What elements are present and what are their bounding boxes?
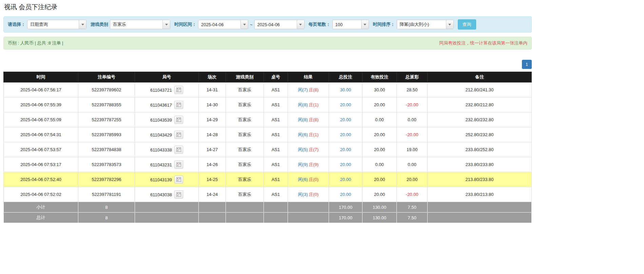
- valid-bet-cell: 0.00: [363, 112, 397, 127]
- column-header-7: 结果: [288, 72, 329, 83]
- table-no-cell: AS1: [264, 157, 288, 172]
- round-id: 611043721: [150, 87, 172, 92]
- time-cell: 2025-04-06 07:52:40: [4, 172, 78, 187]
- bet-id-cell: 522397785993: [78, 127, 135, 142]
- round-cell: 611043231: [135, 157, 199, 172]
- table-no-cell: AS1: [264, 97, 288, 112]
- total-bet-link[interactable]: 20.00: [340, 162, 351, 167]
- table-row: 2025-04-06 07:55:09 522397787255 6110435…: [4, 112, 532, 127]
- empty-cell: [288, 202, 329, 213]
- chevron-down-icon[interactable]: [240, 20, 248, 29]
- time-cell: 2025-04-06 07:52:02: [4, 187, 78, 202]
- chevron-down-icon[interactable]: [297, 20, 304, 29]
- roadmap-icon-button[interactable]: [174, 101, 183, 109]
- table-row: 2025-04-06 07:56:17 522397789602 6110437…: [4, 83, 532, 97]
- payout-cell: 19.00: [397, 142, 428, 157]
- roadmap-icon: [176, 103, 181, 107]
- note-cell: 213.80/233.80: [428, 172, 532, 187]
- column-header-3: 局号: [135, 72, 199, 83]
- roadmap-icon-button[interactable]: [174, 161, 183, 169]
- round-cell: 611043139: [135, 172, 199, 187]
- session-cell: 14-30: [199, 97, 226, 112]
- note-cell: 233.80/252.80: [428, 142, 532, 157]
- valid-bet-cell: 20.00: [363, 127, 397, 142]
- note-cell: 232.80/232.80: [428, 112, 532, 127]
- query-type-value: 日期查询: [27, 20, 79, 29]
- total-bet-link[interactable]: 20.00: [340, 102, 351, 107]
- total-bet-link[interactable]: 20.00: [340, 147, 351, 152]
- subtotal-label: 小计: [4, 202, 78, 213]
- time-cell: 2025-04-06 07:53:57: [4, 142, 78, 157]
- query-type-select[interactable]: 日期查询: [27, 20, 86, 29]
- time-cell: 2025-04-06 07:53:17: [4, 157, 78, 172]
- column-header-8: 总投注: [329, 72, 363, 83]
- summary-note: 同局有效投注，统一计算在该局第一张注单内: [439, 40, 527, 46]
- roadmap-icon-button[interactable]: [174, 146, 183, 154]
- valid-bet-cell: 20.00: [363, 187, 397, 202]
- result-cell: 闲(6)庄(1): [288, 127, 329, 142]
- caret-glyph: [448, 24, 451, 25]
- session-cell: 14-26: [199, 157, 226, 172]
- game-type-cell: 百家乐: [226, 127, 264, 142]
- page-title: 视讯 会员下注纪录: [4, 3, 641, 12]
- empty-cell: [264, 213, 288, 223]
- total-bet-link[interactable]: 20.00: [340, 117, 351, 122]
- page-1-button[interactable]: 1: [522, 60, 532, 69]
- session-cell: 14-28: [199, 127, 226, 142]
- range-separator: ~: [250, 22, 253, 27]
- payout-cell: 20.00: [397, 172, 428, 187]
- chevron-down-icon[interactable]: [361, 20, 369, 29]
- pagination: 1: [3, 60, 532, 69]
- total-bet-link[interactable]: 20.00: [340, 177, 351, 182]
- total-bet-link[interactable]: 20.00: [340, 192, 351, 197]
- roadmap-icon: [176, 192, 181, 197]
- column-header-6: 桌号: [264, 72, 288, 83]
- roadmap-icon-button[interactable]: [174, 116, 183, 124]
- bet-id-cell: 522397782296: [78, 172, 135, 187]
- banker-result: 庄(1): [309, 102, 319, 107]
- column-header-4: 场次: [199, 72, 226, 83]
- summary-bar: 币别 : 人民币 | 总共 :8 注单 | 同局有效投注，统一计算在该局第一张注…: [3, 37, 532, 50]
- player-result: 闲(5): [298, 147, 308, 152]
- roadmap-icon: [176, 117, 181, 122]
- round-cell: 611043721: [135, 83, 199, 97]
- player-result: 闲(7): [298, 87, 308, 92]
- caret-glyph: [165, 24, 168, 25]
- chevron-down-icon[interactable]: [162, 20, 170, 29]
- time-cell: 2025-04-06 07:54:31: [4, 127, 78, 142]
- chevron-down-icon[interactable]: [446, 20, 453, 29]
- column-header-1: 时间: [4, 72, 78, 83]
- banker-result: 庄(0): [309, 192, 319, 197]
- filter-label-game-type: 游戏类别: [91, 21, 108, 28]
- round-id: 611043231: [150, 162, 172, 167]
- roadmap-icon-button[interactable]: [174, 86, 183, 94]
- roadmap-icon-button[interactable]: [174, 131, 183, 139]
- session-cell: 14-31: [199, 83, 226, 97]
- column-header-10: 总派彩: [397, 72, 428, 83]
- note-cell: 233.80/233.80: [428, 157, 532, 172]
- total-bet-cell: 20.00: [329, 157, 363, 172]
- total-bet-cell: 20.00: [329, 97, 363, 112]
- sort-order-select[interactable]: 降冪(由大到小): [397, 20, 454, 29]
- page-size-select[interactable]: 100: [332, 20, 369, 29]
- note-cell: 212.80/241.30: [428, 83, 532, 97]
- note-cell: 232.80/212.80: [428, 97, 532, 112]
- bet-id-cell: 522397784838: [78, 142, 135, 157]
- roadmap-icon-button[interactable]: [174, 176, 183, 184]
- caret-glyph: [243, 24, 246, 25]
- date-from-picker[interactable]: 2025-04-06: [198, 20, 248, 29]
- date-from-value: 2025-04-06: [198, 20, 240, 29]
- roadmap-icon-button[interactable]: [174, 190, 183, 199]
- game-type-cell: 百家乐: [226, 112, 264, 127]
- valid-bet-cell: 30.00: [363, 83, 397, 97]
- total-bet-link[interactable]: 20.00: [340, 132, 351, 137]
- game-type-select[interactable]: 百家乐: [110, 20, 170, 29]
- column-header-9: 有效投注: [363, 72, 397, 83]
- chevron-down-icon[interactable]: [79, 20, 86, 29]
- total-bet-link[interactable]: 30.00: [340, 87, 351, 92]
- table-row: 2025-04-06 07:55:39 522397788355 6110436…: [4, 97, 532, 112]
- session-cell: 14-24: [199, 187, 226, 202]
- search-button[interactable]: 查询: [458, 19, 476, 30]
- date-to-picker[interactable]: 2025-04-06: [254, 20, 305, 29]
- game-type-cell: 百家乐: [226, 172, 264, 187]
